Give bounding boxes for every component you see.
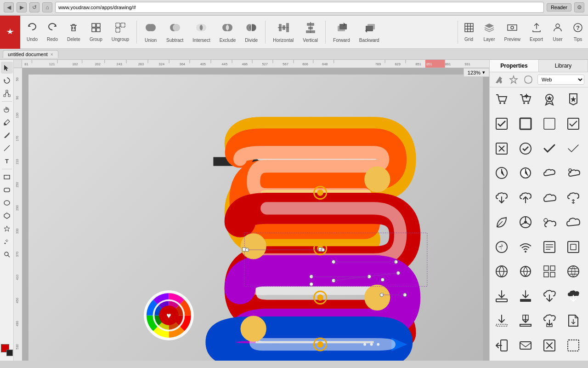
panel-star-btn[interactable] — [508, 74, 519, 85]
panel-category-dropdown[interactable]: Web — [537, 75, 584, 85]
toolbar-ungroup[interactable]: Ungroup — [107, 19, 134, 45]
tool-rounded-rect[interactable] — [1, 184, 13, 196]
icon-dl2[interactable] — [515, 286, 536, 306]
tool-spray[interactable] — [1, 236, 13, 247]
icon-grid-icon[interactable] — [539, 261, 560, 282]
toolbar-subtract[interactable]: Subtract — [162, 18, 188, 46]
toolbar-horizontal[interactable]: Horizontal — [268, 18, 298, 46]
bezier-handle-12[interactable] — [381, 278, 384, 282]
toolbar-delete[interactable]: Delete — [62, 19, 85, 45]
icon-square-thin[interactable] — [539, 114, 560, 134]
icon-css[interactable] — [563, 237, 583, 257]
toolbar-export[interactable]: Export — [525, 19, 548, 45]
tool-pencil[interactable] — [1, 129, 13, 141]
icon-check-thin[interactable] — [563, 138, 583, 159]
icon-wifi[interactable] — [515, 237, 536, 257]
settings-button[interactable]: ⚙ — [574, 2, 584, 12]
icon-x-circle[interactable] — [492, 138, 512, 159]
canvas-document[interactable]: ♥ — [28, 75, 483, 361]
zoom-dropdown-arrow[interactable]: ▾ — [482, 69, 485, 75]
toolbar-divide[interactable]: Divide — [240, 18, 262, 46]
icon-clock-outline[interactable] — [515, 163, 536, 183]
toolbar-grid[interactable]: Grid — [459, 19, 479, 45]
toolbar-backward[interactable]: Backward — [355, 18, 384, 46]
icon-dl1[interactable] — [492, 286, 512, 306]
tool-rect[interactable] — [1, 171, 13, 183]
toolbar-group[interactable]: Group — [85, 19, 107, 45]
tool-pen[interactable] — [1, 116, 13, 128]
icon-globe2[interactable] — [515, 261, 536, 282]
toolbar-exclude[interactable]: Exclude — [215, 18, 241, 46]
tool-rotate[interactable] — [1, 75, 13, 86]
icon-cloud-plain[interactable] — [539, 188, 560, 208]
toolbar-tips[interactable]: ? Tips — [568, 19, 588, 45]
toolbar-preview[interactable]: Preview — [500, 19, 526, 45]
icon-fan[interactable] — [515, 212, 536, 232]
icon-leaf[interactable] — [492, 212, 512, 232]
icon-square-thick[interactable] — [515, 114, 536, 134]
tool-node[interactable] — [1, 87, 13, 99]
tool-hand[interactable] — [1, 104, 13, 115]
reload-button[interactable]: ↺ — [29, 2, 40, 12]
back-button[interactable]: ◀ — [4, 2, 14, 12]
icon-login[interactable] — [492, 335, 512, 356]
tab-close[interactable]: × — [51, 52, 53, 57]
toolbar-redo[interactable]: Redo — [42, 19, 62, 45]
icon-compass[interactable] — [492, 237, 512, 257]
toolbar-vertical[interactable]: Vertical — [298, 18, 322, 46]
icon-cloud-snowflake[interactable] — [563, 188, 583, 208]
color-swatches[interactable] — [1, 344, 13, 356]
icon-award2[interactable] — [563, 89, 583, 109]
icon-check-circle-filled[interactable] — [515, 138, 536, 159]
icon-dashed-rect[interactable] — [563, 335, 583, 356]
icon-globe1[interactable] — [492, 261, 512, 282]
secondary-color-swatch[interactable] — [6, 350, 13, 356]
icon-clock-filled[interactable] — [492, 163, 512, 183]
tool-line[interactable] — [1, 142, 13, 154]
icon-cloud-big[interactable] — [563, 212, 583, 232]
toolbar-undo[interactable]: Undo — [22, 19, 42, 45]
icon-checkbox-filled[interactable] — [492, 114, 512, 134]
tool-text[interactable]: T — [1, 155, 13, 167]
toolbar-union[interactable]: Union — [140, 18, 162, 46]
icon-check-bold[interactable] — [539, 138, 560, 159]
icon-globe3[interactable] — [563, 261, 583, 282]
icon-checkbox-check[interactable] — [563, 114, 583, 134]
icon-page-dl[interactable] — [563, 310, 583, 331]
icon-cloud-simple[interactable] — [539, 163, 560, 183]
reader-button[interactable]: Reader — [547, 3, 571, 12]
toolbar-layer[interactable]: Layer — [479, 19, 500, 45]
tool-ellipse[interactable] — [1, 197, 13, 209]
toolbar-user[interactable]: User — [548, 19, 568, 45]
icon-list[interactable] — [539, 237, 560, 257]
tool-polygon[interactable] — [1, 210, 13, 222]
icon-cart1[interactable] — [492, 89, 512, 109]
icon-award1[interactable] — [539, 89, 560, 109]
icon-cloud-dl4[interactable] — [563, 286, 583, 306]
canvas-viewport[interactable]: 123% ▾ — [22, 68, 489, 361]
toolbar-intersect[interactable]: Intersect — [188, 18, 215, 46]
icon-dl6[interactable] — [515, 310, 536, 331]
icon-cloud-download1[interactable] — [492, 188, 512, 208]
icon-cloud-upload[interactable] — [515, 188, 536, 208]
toolbar-forward[interactable]: Forward — [328, 18, 355, 46]
tool-select[interactable] — [1, 62, 13, 74]
url-bar[interactable] — [55, 2, 544, 13]
panel-fill-btn[interactable] — [493, 74, 504, 85]
icon-cloud-dl3[interactable] — [539, 286, 560, 306]
panel-shape-btn[interactable] — [523, 74, 534, 85]
panel-tab-properties[interactable]: Properties — [490, 60, 539, 72]
forward-button[interactable]: ▶ — [17, 2, 27, 12]
home-button[interactable]: ⌂ — [42, 2, 52, 12]
tool-star[interactable] — [1, 223, 13, 235]
icon-cloud-dl5[interactable] — [539, 310, 560, 331]
icon-cloud-with-sun[interactable] — [563, 163, 583, 183]
icon-mail[interactable] — [515, 335, 536, 356]
icon-dl5[interactable] — [492, 310, 512, 331]
icon-cloud-partial[interactable] — [539, 212, 560, 232]
tool-zoom[interactable] — [1, 248, 13, 260]
icon-cart2[interactable] — [515, 89, 536, 109]
bezier-handle-11[interactable] — [310, 282, 313, 286]
panel-tab-library[interactable]: Library — [539, 60, 588, 72]
document-tab[interactable]: untitled document × — [3, 50, 58, 58]
